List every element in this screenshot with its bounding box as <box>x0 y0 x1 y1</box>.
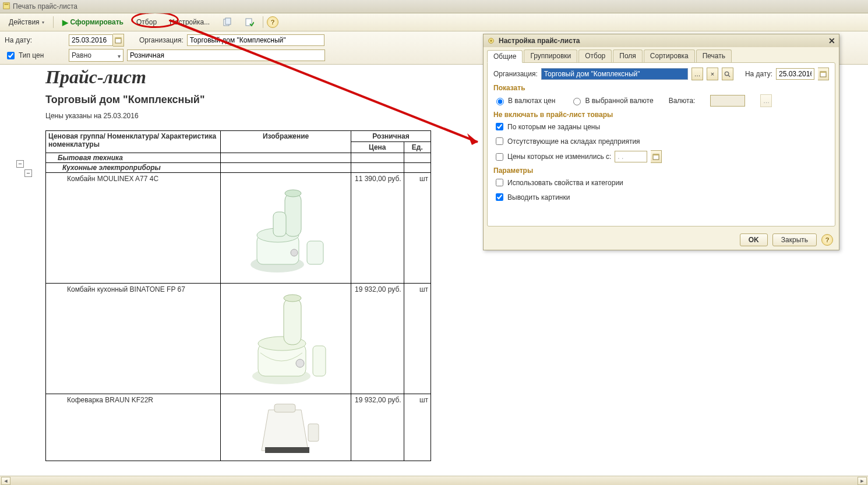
tab-print[interactable]: Печать <box>696 49 732 62</box>
svg-rect-23 <box>313 346 326 376</box>
chk-props[interactable]: Использовать свойства и категории <box>493 177 623 188</box>
clear-button[interactable]: × <box>707 68 718 80</box>
tab-fields[interactable]: Поля <box>613 49 643 62</box>
settings-button[interactable]: Настройка... <box>164 16 215 28</box>
cell-price: 19 932,00 руб. <box>351 394 404 461</box>
scroll-right-button[interactable]: ► <box>858 477 867 485</box>
settings-title-text: Настройка прайс-листа <box>499 37 580 45</box>
section-exclude-header: Не включать в прайс-лист товары <box>493 111 829 119</box>
tab-grouping[interactable]: Группировки <box>524 49 577 62</box>
product-image <box>239 398 333 456</box>
tree-collapse-button[interactable]: − <box>24 169 32 177</box>
currency-select-button: … <box>760 94 772 107</box>
help-button[interactable]: ? <box>821 234 833 246</box>
scroll-left-button[interactable]: ◄ <box>1 477 10 485</box>
product-image <box>239 177 333 279</box>
help-button[interactable]: ? <box>267 16 278 28</box>
select-button[interactable]: … <box>691 68 703 80</box>
org-label: Организация: <box>139 36 184 44</box>
calendar-icon <box>115 37 122 44</box>
tab-sort[interactable]: Сортировка <box>644 49 695 62</box>
lookup-button[interactable] <box>722 68 733 80</box>
cell-image <box>221 394 351 461</box>
date-input[interactable] <box>69 34 113 46</box>
svg-rect-21 <box>284 298 301 345</box>
svg-rect-2 <box>3 3 10 9</box>
svg-rect-3 <box>5 4 9 5</box>
tab-general[interactable]: Общие <box>487 50 523 63</box>
svg-rect-16 <box>307 241 323 264</box>
svg-line-30 <box>729 75 731 77</box>
restore-settings-button[interactable] <box>217 16 237 29</box>
group-cell: Бытовая техника <box>46 153 221 163</box>
tab-filter[interactable]: Отбор <box>578 49 612 62</box>
window-title-text: Печать прайс-листа <box>13 2 77 10</box>
window-title-bar: Печать прайс-листа <box>0 0 868 13</box>
table-row: Комбайн MOULINEX A77 4C 11 390,00 руб. <box>46 173 431 284</box>
radio-currencies[interactable]: В валютах цен <box>493 96 555 105</box>
price-table: Ценовая группа/ Номенклатура/ Характерис… <box>45 130 431 461</box>
pricetype-input[interactable] <box>127 49 325 61</box>
pricetype-checkbox[interactable]: Тип цен <box>5 50 65 61</box>
cell-price: 11 390,00 руб. <box>351 173 404 284</box>
condition-select[interactable]: Равно <box>69 49 124 62</box>
restore-icon <box>223 17 232 27</box>
cell-price: 19 932,00 руб. <box>351 284 404 394</box>
settings-org-input[interactable]: Торговый дом "Комплексный" <box>541 68 688 80</box>
col-price-header: Цена <box>351 142 404 153</box>
ok-button[interactable]: OK <box>740 233 768 246</box>
svg-rect-34 <box>653 154 659 155</box>
cell-image <box>221 284 351 394</box>
calendar-icon <box>652 153 659 160</box>
svg-point-20 <box>296 359 304 367</box>
settings-date-picker-button[interactable] <box>818 68 829 80</box>
table-row: Комбайн кухонный BINATONE FP 67 19 932,0… <box>46 284 431 394</box>
toolbar-separator <box>53 16 54 28</box>
svg-rect-32 <box>820 72 826 73</box>
form-button[interactable]: ▶Сформировать <box>57 16 129 29</box>
svg-rect-25 <box>265 447 309 453</box>
cell-unit: шт <box>404 394 431 461</box>
date-picker-button[interactable] <box>113 34 124 47</box>
radio-selected-currency[interactable]: В выбранной валюте <box>570 96 653 105</box>
svg-rect-8 <box>115 38 121 39</box>
col-name-header: Ценовая группа/ Номенклатура/ Характерис… <box>46 131 221 153</box>
settings-date-label: На дату: <box>745 70 772 78</box>
save-settings-icon <box>245 17 254 27</box>
tree-collapse-button[interactable]: − <box>16 160 24 168</box>
table-row: Кофеварка BRAUN KF22R 19 932,00 руб. шт <box>46 394 431 461</box>
chk-show-images[interactable]: Выводить картинки <box>493 192 570 203</box>
chk-no-stock[interactable]: Отсутствующие на складах предприятия <box>493 136 640 147</box>
chk-no-price[interactable]: По которым не заданы цены <box>493 121 600 132</box>
chk-unchanged[interactable]: Цены которых не изменились с: <box>493 151 611 162</box>
col-retail-header: Розничная <box>351 131 431 142</box>
col-unit-header: Ед. <box>404 142 431 153</box>
org-input[interactable] <box>187 34 324 46</box>
svg-point-14 <box>285 190 301 197</box>
filter-button[interactable]: Отбор <box>131 16 162 28</box>
close-button[interactable]: ✕ <box>827 36 837 45</box>
save-settings-button[interactable] <box>239 16 259 29</box>
settings-tabs: Общие Группировки Отбор Поля Сортировка … <box>484 47 839 62</box>
cell-name: Комбайн кухонный BINATONE FP 67 <box>46 284 221 394</box>
horizontal-scrollbar[interactable]: ◄ ► <box>0 476 868 485</box>
cell-image <box>221 173 351 284</box>
unchanged-date-picker-button[interactable] <box>651 150 662 163</box>
currency-label: Валюта: <box>669 97 696 105</box>
cell-name: Комбайн MOULINEX A77 4C <box>46 173 221 284</box>
currency-input <box>710 95 745 107</box>
product-image <box>239 288 333 390</box>
svg-rect-26 <box>308 424 319 441</box>
calendar-icon <box>820 70 827 77</box>
actions-menu-button[interactable]: Действия▾ <box>3 16 50 28</box>
svg-point-29 <box>725 72 729 75</box>
settings-date-input[interactable] <box>776 68 814 80</box>
unchanged-date-input[interactable] <box>615 151 647 162</box>
settings-dialog: Настройка прайс-листа ✕ Общие Группировк… <box>483 34 839 250</box>
close-text-button[interactable]: Закрыть <box>772 233 817 246</box>
section-show-header: Показать <box>493 84 829 92</box>
svg-point-22 <box>284 295 301 302</box>
col-image-header: Изображение <box>221 131 351 153</box>
main-toolbar: Действия▾ ▶Сформировать Отбор Настройка.… <box>0 13 868 31</box>
svg-point-12 <box>291 249 298 256</box>
